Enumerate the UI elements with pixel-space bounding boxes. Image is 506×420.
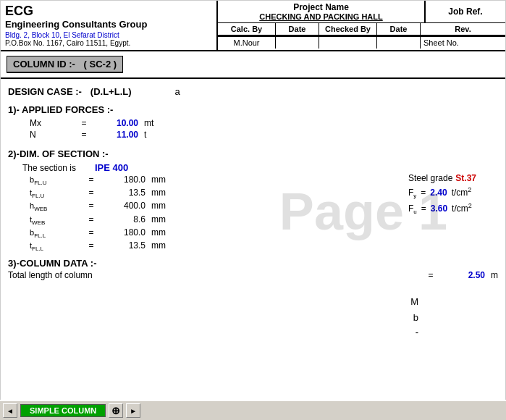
column-data-title: 3)-COLUMN DATA :- <box>8 258 498 269</box>
fu-unit: t/cm2 <box>452 202 472 214</box>
n-row: N = 11.00 t <box>30 130 498 140</box>
checked-by-label: Checked By <box>319 23 377 35</box>
fy-unit: t/cm2 <box>452 186 472 198</box>
b-label: b <box>413 312 418 323</box>
bfll-val: 180.0 <box>102 227 146 238</box>
tflu-val: 13.5 <box>102 188 146 198</box>
design-case-value: (D.L+L.L) <box>90 86 132 97</box>
hweb-eq: = <box>80 201 102 211</box>
fy-val: 2.40 <box>430 188 447 198</box>
mx-label: Mx <box>30 118 73 128</box>
design-case-a: a <box>175 86 180 97</box>
address1: Bldg. 2, Block 10, El Sefarat District <box>5 31 212 39</box>
steel-grade-block: Steel grade St.37 Fy = 2.40 t/cm2 Fu = 3… <box>408 173 476 216</box>
n-val: 11.00 <box>95 130 138 140</box>
header-left: ECG Engineering Consultants Group Bldg. … <box>1 1 218 50</box>
dash-label: - <box>416 327 418 337</box>
prev-button[interactable]: ◄ <box>3 403 17 418</box>
tab-label[interactable]: SIMPLE COLUMN <box>20 404 106 417</box>
tfll-unit: mm <box>151 240 166 251</box>
calc-by-label: Calc. By <box>218 23 276 35</box>
applied-forces-title: 1)- APPLIED FORCES :- <box>8 104 498 115</box>
design-case-row: DESIGN CASE :- (D.L+L.L) a <box>8 86 498 97</box>
n-unit: t <box>144 130 146 140</box>
mx-unit: mt <box>144 118 153 128</box>
bflu-val: 180.0 <box>102 175 146 185</box>
tfll-eq: = <box>80 240 102 251</box>
tweb-unit: mm <box>151 214 166 224</box>
tflu-unit: mm <box>151 188 166 198</box>
design-case-label: DESIGN CASE :- <box>8 86 82 97</box>
bflu-eq: = <box>80 175 102 185</box>
column-id-bar: COLUMN ID :- ( SC-2 ) <box>7 56 123 73</box>
header-right: Project Name CHECKING AND PACKING HALL J… <box>218 1 505 50</box>
steel-grade-value: St.37 <box>455 173 476 183</box>
tweb-label: tWEB <box>30 215 80 226</box>
fy-symbol: Fy <box>408 188 416 199</box>
plus-button[interactable]: ⊕ <box>109 403 123 418</box>
tflu-eq: = <box>80 188 102 198</box>
jobref-section: Job Ref. <box>426 1 505 22</box>
tweb-eq: = <box>80 214 102 224</box>
header-data-row: M.Nour Sheet No. <box>218 36 505 49</box>
bflu-unit: mm <box>151 175 166 185</box>
tfll-label: tFL.L <box>30 241 80 252</box>
n-label: N <box>30 130 73 140</box>
next-button[interactable]: ► <box>126 403 140 418</box>
steel-grade-line: Steel grade St.37 <box>408 173 476 183</box>
checked-by-value <box>319 37 377 49</box>
ecg-title: ECG <box>5 4 212 19</box>
fu-row: Fu = 3.60 t/cm2 <box>408 202 476 215</box>
hweb-unit: mm <box>151 201 166 211</box>
fy-eq: = <box>421 188 426 198</box>
section-is-row: The section is IPE 400 <box>22 162 498 173</box>
fu-eq: = <box>421 203 426 214</box>
project-label: Project Name <box>219 2 423 12</box>
column-length-val: 2.50 <box>442 270 485 280</box>
page-wrapper: ECG Engineering Consultants Group Bldg. … <box>0 0 506 402</box>
section-is-label: The section is <box>22 163 95 173</box>
tweb-val: 8.6 <box>102 214 146 224</box>
bflu-label: bFL.U <box>30 175 80 186</box>
mx-row: Mx = 10.00 mt <box>30 118 498 128</box>
bfll-unit: mm <box>151 227 166 238</box>
fu-val: 3.60 <box>431 203 447 214</box>
bfll-eq: = <box>80 227 102 238</box>
rev-label: Rev. <box>421 23 505 35</box>
tflu-label: tFL.U <box>30 188 80 199</box>
column-id-bar-row: COLUMN ID :- ( SC-2 ) <box>1 51 505 79</box>
project-section: Project Name CHECKING AND PACKING HALL <box>218 1 426 22</box>
sheet-no-label: Sheet No. <box>421 37 505 49</box>
date2-label: Date <box>377 23 421 35</box>
date1-value <box>276 37 319 49</box>
address2: P.O.Box No. 1167, Cairo 11511, Egypt. <box>5 39 212 47</box>
taskbar: ◄ SIMPLE COLUMN ⊕ ► <box>0 400 506 420</box>
tfll-row: tFL.L = 13.5 mm <box>30 240 498 252</box>
bfll-row: bFL.L = 180.0 mm <box>30 227 498 239</box>
mx-val: 10.00 <box>95 118 138 128</box>
header-top-row: Project Name CHECKING AND PACKING HALL J… <box>218 1 505 23</box>
header: ECG Engineering Consultants Group Bldg. … <box>1 1 505 51</box>
section-is-value: IPE 400 <box>95 162 128 173</box>
project-name: CHECKING AND PACKING HALL <box>219 12 423 21</box>
fy-row: Fy = 2.40 t/cm2 <box>408 186 476 199</box>
column-id-label: COLUMN ID :- <box>13 59 75 70</box>
date1-label: Date <box>276 23 319 35</box>
column-length-label: Total length of column <box>8 270 420 280</box>
fu-symbol: Fu <box>408 203 417 215</box>
m-label: M <box>410 296 418 307</box>
column-length-eq: = <box>420 270 442 280</box>
company-name: Engineering Consultants Group <box>5 19 212 30</box>
calc-by-value: M.Nour <box>218 37 276 49</box>
column-id-value: ( SC-2 ) <box>84 59 117 70</box>
content-area: DESIGN CASE :- (D.L+L.L) a Steel grade S… <box>1 79 505 285</box>
bfll-label: bFL.L <box>30 228 80 239</box>
column-length-unit: m <box>491 270 498 280</box>
header-labels-row: Calc. By Date Checked By Date Rev. <box>218 23 505 36</box>
dim-section-title: 2)-DIM. OF SECTION :- <box>8 148 498 159</box>
date2-value <box>377 37 421 49</box>
mx-eq: = <box>73 118 95 128</box>
hweb-val: 400.0 <box>102 201 146 211</box>
column-length-row: Total length of column = 2.50 m <box>8 270 498 280</box>
n-eq: = <box>73 130 95 140</box>
